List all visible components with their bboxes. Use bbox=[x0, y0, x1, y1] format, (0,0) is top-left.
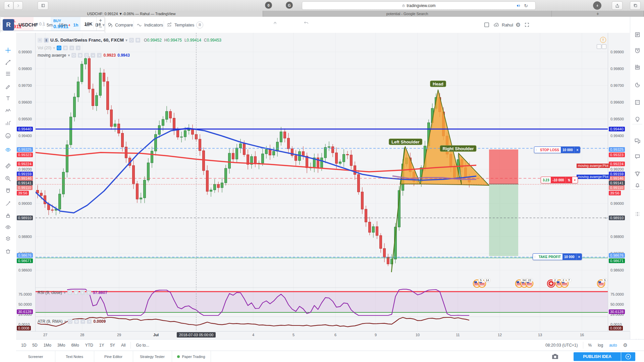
position-qty[interactable]: -10 000 bbox=[551, 177, 566, 183]
interval-15m[interactable]: 15m bbox=[57, 22, 69, 27]
range-5D[interactable]: 5D bbox=[29, 343, 40, 348]
range-1D[interactable]: 1D bbox=[18, 343, 29, 348]
layout-button[interactable] bbox=[484, 17, 490, 33]
idea-icon[interactable] bbox=[632, 114, 642, 124]
percent-scale-button[interactable]: % bbox=[585, 343, 595, 348]
fib-icon[interactable] bbox=[3, 69, 13, 79]
text-icon[interactable] bbox=[3, 93, 13, 103]
tree-panel-icon[interactable] bbox=[632, 209, 642, 219]
interval-dropdown-icon[interactable]: ▾ bbox=[102, 22, 105, 27]
trendline-icon[interactable] bbox=[3, 57, 13, 67]
extension-icon[interactable]: G bbox=[286, 2, 293, 9]
log-scale-button[interactable]: log bbox=[595, 343, 606, 348]
hotlist-icon[interactable] bbox=[632, 80, 642, 90]
close-icon[interactable]: × bbox=[97, 53, 102, 58]
position-widget[interactable]: 3.23 -10 000 ⇅ × bbox=[541, 177, 578, 183]
browser-tab-active[interactable]: USDCHF: 0.99124 ▼-0.06% — Rahul — Tradin… bbox=[0, 11, 263, 17]
add-icon[interactable]: + bbox=[80, 319, 85, 324]
add-icon[interactable]: + bbox=[69, 46, 74, 50]
head-label[interactable]: Head bbox=[430, 81, 446, 87]
show-objects-icon[interactable] bbox=[3, 222, 13, 232]
legend-dropdown-icon[interactable]: ▾ bbox=[125, 38, 127, 43]
add-icon[interactable]: + bbox=[91, 53, 95, 58]
event-count-badge[interactable]: 5 bbox=[478, 278, 483, 282]
interval-4h[interactable]: 4h bbox=[83, 22, 91, 27]
auto-scale-button[interactable]: auto bbox=[606, 343, 620, 348]
close-icon[interactable]: × bbox=[87, 319, 92, 324]
pane-settings-icon[interactable] bbox=[602, 44, 606, 49]
pattern-icon[interactable] bbox=[3, 106, 13, 116]
event-count-badge[interactable]: 2 bbox=[552, 278, 557, 282]
eye-icon[interactable] bbox=[68, 319, 72, 324]
tv-logo[interactable]: R bbox=[3, 19, 14, 31]
source-icon[interactable]: {} bbox=[84, 53, 89, 58]
address-bar[interactable]: tradingview.com ↻ bbox=[302, 1, 536, 10]
settings-button[interactable]: ⚙ bbox=[516, 17, 521, 33]
drawing-icon[interactable] bbox=[3, 198, 13, 208]
right-price-axis[interactable]: 0.999000.998000.997000.996000.995000.994… bbox=[608, 33, 630, 331]
event-count-badge[interactable]: 7 bbox=[567, 278, 572, 282]
chat-icon[interactable] bbox=[632, 151, 642, 161]
watchlist-panel-icon[interactable] bbox=[632, 29, 642, 40]
event-count-badge[interactable]: 2 bbox=[561, 278, 566, 282]
cloud-save-button[interactable]: Rahul bbox=[493, 17, 519, 33]
close-icon[interactable]: × bbox=[87, 290, 91, 295]
close-icon[interactable]: × bbox=[576, 254, 582, 260]
time-axis[interactable]: 272829Jul456910111213162018-07-03 05:00:… bbox=[16, 331, 630, 340]
event-count-badge[interactable]: 5 bbox=[602, 278, 607, 282]
ma-plot-label[interactable]: moving avaerge:Plot bbox=[577, 164, 610, 168]
footer-tab-text-notes[interactable]: Text Notes bbox=[55, 351, 94, 362]
emoji-icon[interactable] bbox=[3, 131, 13, 141]
publish-idea-button[interactable]: PUBLISH IDEA bbox=[574, 352, 635, 361]
forecast-icon[interactable] bbox=[3, 118, 13, 128]
range-6Mo[interactable]: 6Mo bbox=[68, 343, 82, 348]
footer-tab-paper-trading[interactable]: Paper Trading bbox=[172, 351, 211, 362]
public-chats-icon[interactable] bbox=[632, 136, 642, 146]
close-icon[interactable]: × bbox=[572, 177, 578, 183]
publish-options-icon[interactable] bbox=[621, 352, 635, 361]
eye-icon[interactable] bbox=[129, 38, 134, 43]
left-price-axis[interactable]: 0.999000.998000.997000.996000.995000.994… bbox=[16, 33, 36, 331]
browser-tab-inactive[interactable]: potential - Google Search bbox=[263, 11, 552, 17]
hide-drawings-icon[interactable] bbox=[3, 145, 13, 155]
gear-icon[interactable]: ⚙ bbox=[63, 46, 68, 50]
extension-icon[interactable]: 0 bbox=[265, 2, 272, 9]
new-tab-button[interactable]: + bbox=[552, 11, 644, 17]
gear-icon[interactable]: ⚙ bbox=[78, 53, 83, 58]
interval-5m[interactable]: 5m bbox=[45, 22, 55, 27]
warning-icon[interactable]: ! bbox=[600, 37, 606, 43]
replay-button[interactable] bbox=[304, 21, 309, 25]
footer-tab-screener[interactable]: Screener bbox=[16, 351, 55, 362]
trash-icon[interactable] bbox=[3, 246, 13, 256]
range-1Mo[interactable]: 1Mo bbox=[41, 343, 54, 348]
calendar-icon[interactable] bbox=[632, 97, 642, 107]
goto-button[interactable]: Go to... bbox=[133, 343, 152, 348]
maximize-pane-icon[interactable] bbox=[597, 44, 601, 49]
footer-tab-strategy-tester[interactable]: Strategy Tester bbox=[133, 351, 172, 362]
chart-style-button[interactable] bbox=[96, 17, 102, 33]
add-icon[interactable]: + bbox=[80, 290, 85, 295]
close-icon[interactable]: × bbox=[574, 147, 580, 153]
bell-icon[interactable] bbox=[632, 180, 642, 190]
collapse-icon[interactable]: − bbox=[38, 38, 42, 43]
download-icon[interactable] bbox=[593, 1, 601, 10]
interval-1h[interactable]: 1h bbox=[71, 22, 80, 27]
tabs-overview-icon[interactable] bbox=[630, 1, 641, 10]
snapshot-icon[interactable] bbox=[551, 353, 559, 361]
gear-icon[interactable]: ⚙ bbox=[74, 290, 78, 295]
stop-loss-widget[interactable]: ⋮ STOP LOSS 10 000 × bbox=[534, 146, 580, 153]
zoom-icon[interactable] bbox=[3, 174, 13, 184]
ideas-stream-icon[interactable] bbox=[632, 169, 642, 179]
take-profit-widget[interactable]: ⋮ TAKE PROFIT 10 000 × bbox=[533, 253, 582, 260]
gear-icon[interactable]: ⚙ bbox=[74, 319, 79, 324]
magnet-icon[interactable] bbox=[3, 186, 13, 196]
stop-loss-qty[interactable]: 10 000 bbox=[561, 147, 575, 153]
gear-icon[interactable]: ⚙ bbox=[136, 38, 140, 43]
measure-icon[interactable] bbox=[3, 161, 13, 171]
take-profit-qty[interactable]: 10 000 bbox=[562, 254, 576, 260]
range-1Y[interactable]: 1Y bbox=[96, 343, 107, 348]
range-5Y[interactable]: 5Y bbox=[107, 343, 118, 348]
eye-icon[interactable] bbox=[67, 290, 72, 295]
sidebar-toggle-icon[interactable] bbox=[38, 1, 48, 10]
fullscreen-button[interactable] bbox=[524, 17, 530, 33]
